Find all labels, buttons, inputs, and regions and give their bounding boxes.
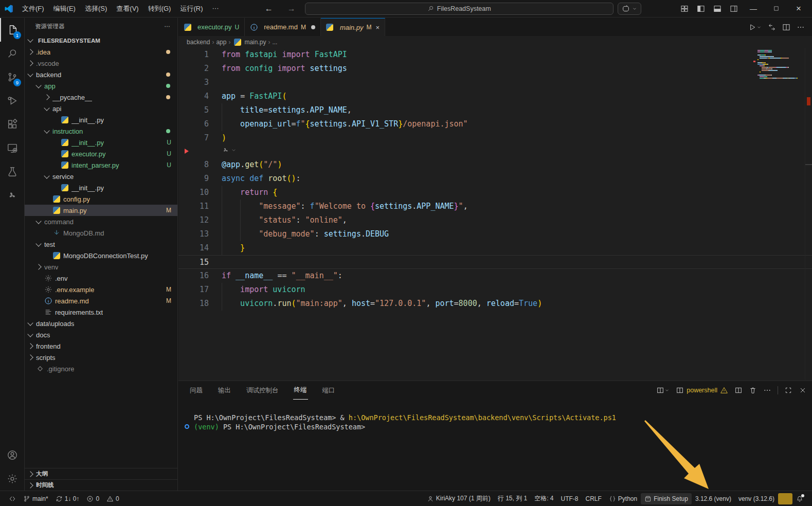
tree-item-docs[interactable]: docs	[25, 329, 177, 340]
code-line-2[interactable]: 2from config import settings	[178, 62, 812, 76]
menu-item[interactable]: 查看(V)	[112, 3, 143, 15]
tree-item-MongoDB.md[interactable]: MongoDB.md	[25, 227, 177, 239]
activitybar-source-control-icon[interactable]: 9	[0, 65, 24, 89]
code-line-9[interactable]: 9async def root():	[178, 172, 812, 186]
tree-item-readme.md[interactable]: readme.mdM	[25, 295, 177, 306]
tree-item-.env.example[interactable]: .env.exampleM	[25, 284, 177, 295]
panel-tab-端口[interactable]: 端口	[321, 382, 336, 400]
code-line-5[interactable]: 5 title=settings.APP_NAME,	[178, 103, 812, 117]
breakpoint-arrow-icon[interactable]	[185, 149, 189, 154]
tree-item-data-uploads[interactable]: data\uploads	[25, 318, 177, 329]
code-line-13[interactable]: 13 "debug_mode": settings.DEBUG	[178, 227, 812, 241]
activitybar-testing-icon[interactable]	[0, 160, 24, 184]
activitybar-search-icon[interactable]	[0, 42, 24, 65]
statusbar-CRLF[interactable]: CRLF	[582, 493, 605, 504]
menu-item[interactable]: 文件(F)	[17, 3, 49, 15]
statusbar-UTF-8[interactable]: UTF-8	[557, 493, 582, 504]
breadcrumb-item[interactable]: main.py	[244, 39, 266, 46]
breadcrumb-item[interactable]: backend	[187, 39, 210, 46]
code-line-3[interactable]: 3	[178, 76, 812, 89]
tree-item-.vscode[interactable]: .vscode	[25, 58, 177, 69]
tree-item-service[interactable]: service	[25, 171, 177, 182]
breadcrumb[interactable]: backend›app›main.py›...	[178, 36, 812, 48]
panel-tab-问题[interactable]: 问题	[189, 382, 204, 400]
run-button[interactable]	[748, 23, 762, 31]
statusbar-0[interactable]: 0	[103, 493, 123, 504]
editor-tab-executor.py[interactable]: executor.pyU	[178, 18, 245, 36]
minimap[interactable]	[757, 50, 805, 79]
split-terminal-dropdown[interactable]	[656, 386, 670, 394]
inline-suggestion-widget[interactable]	[178, 145, 812, 158]
kill-terminal-icon[interactable]	[749, 386, 757, 394]
code-line-7[interactable]: 7)	[178, 131, 812, 145]
copilot-button[interactable]	[618, 3, 641, 15]
split-terminal-icon[interactable]	[734, 386, 743, 394]
tree-item-__init__.py[interactable]: __init__.py	[25, 182, 177, 193]
explorer-more-actions-icon[interactable]: ⋯	[165, 23, 171, 30]
code-line-10[interactable]: 10 return {	[178, 186, 812, 200]
menu-item[interactable]: 选择(S)	[80, 3, 112, 15]
statusbar-KiriAky-107--1-周前-[interactable]: KiriAky 107 (1 周前)	[423, 493, 494, 504]
code-line-18[interactable]: 18 uvicorn.run("main:app", host="127.0.0…	[178, 297, 812, 311]
compare-changes-icon[interactable]	[768, 23, 776, 31]
code-line-6[interactable]: 6 openapi_url=f"{settings.API_V1_STR}/op…	[178, 117, 812, 131]
sidebar-section-时间线[interactable]: 时间线	[25, 479, 177, 491]
code-line-1[interactable]: 1from fastapi import FastAPI	[178, 48, 812, 62]
toggle-primary-sidebar-icon[interactable]	[694, 2, 708, 15]
code-line-8[interactable]: 8@app.get("/")	[178, 158, 812, 172]
tree-item-api[interactable]: api	[25, 103, 177, 114]
maximize-button[interactable]	[766, 1, 786, 16]
nav-forward-icon[interactable]: →	[282, 4, 301, 13]
code-line-17[interactable]: 17 import uvicorn	[178, 283, 812, 297]
statusbar-Finish-Setup[interactable]: Finish Setup	[641, 493, 692, 504]
statusbar-1--0-[interactable]: 1↓ 0↑	[52, 493, 83, 504]
statusbar-pinwheel-gold-icon[interactable]	[778, 493, 792, 504]
statusbar-bell-icon[interactable]	[792, 493, 807, 504]
menu-more[interactable]: ···	[207, 3, 223, 15]
panel-tab-输出[interactable]: 输出	[217, 382, 232, 400]
tree-item-.gitignore[interactable]: .gitignore	[25, 363, 177, 374]
tree-item-__init__.py[interactable]: __init__.pyU	[25, 137, 177, 148]
tree-root-folder[interactable]: FILESREADSYSTEAM	[25, 34, 177, 46]
tree-item-.idea[interactable]: .idea	[25, 46, 177, 58]
editor-scrollbar[interactable]	[805, 48, 812, 380]
menu-item[interactable]: 编辑(E)	[49, 3, 80, 15]
code-line-16[interactable]: 16if __name__ == "__main__":	[178, 269, 812, 283]
more-actions-icon[interactable]	[797, 23, 805, 31]
tree-item-scripts[interactable]: scripts	[25, 352, 177, 363]
menu-item[interactable]: 运行(R)	[175, 3, 207, 15]
tree-item-backend[interactable]: backend	[25, 69, 177, 80]
sidebar-section-大纲[interactable]: 大纲	[25, 468, 177, 479]
tree-item-frontend[interactable]: frontend	[25, 340, 177, 352]
split-editor-icon[interactable]	[782, 23, 790, 31]
activitybar-settings-icon[interactable]	[0, 467, 24, 491]
code-editor[interactable]: 1from fastapi import FastAPI2from config…	[178, 48, 812, 380]
tree-item-requirements.txt[interactable]: requirements.txt	[25, 306, 177, 318]
nav-back-icon[interactable]: ←	[260, 4, 278, 13]
statusbar-3.12.6--venv-[interactable]: 3.12.6 (venv)	[692, 493, 735, 504]
statusbar-Python[interactable]: Python	[605, 493, 641, 504]
statusbar-行-15--列-1[interactable]: 行 15, 列 1	[494, 493, 531, 504]
statusbar-0[interactable]: 0	[83, 493, 103, 504]
editor-tab-main.py[interactable]: main.pyM×	[321, 18, 385, 36]
close-button[interactable]: ×	[788, 1, 809, 16]
search-input[interactable]: FilesReadSysteam	[305, 3, 613, 15]
tree-item-executor.py[interactable]: executor.pyU	[25, 148, 177, 159]
editor-tab-readme.md[interactable]: readme.mdM	[245, 18, 321, 36]
tree-item-intent_parser.py[interactable]: intent_parser.pyU	[25, 159, 177, 171]
code-line-12[interactable]: 12 "status": "online",	[178, 213, 812, 227]
activitybar-account-icon[interactable]	[0, 443, 24, 467]
command-decoration-icon[interactable]	[185, 424, 189, 429]
tree-item-__init__.py[interactable]: __init__.py	[25, 114, 177, 125]
close-panel-icon[interactable]	[799, 386, 807, 394]
statusbar-remote-icon[interactable]	[5, 493, 20, 504]
tree-item-instruction[interactable]: instruction	[25, 125, 177, 137]
breadcrumb-item[interactable]: ...	[272, 39, 277, 46]
activitybar-explorer-icon[interactable]: 1	[0, 18, 24, 42]
terminal-instance-powershell[interactable]: powershell	[676, 386, 728, 394]
tree-item-main.py[interactable]: main.pyM	[25, 205, 177, 216]
tree-item-__pycache__[interactable]: __pycache__	[25, 92, 177, 103]
code-line-11[interactable]: 11 "message": f"Welcome to {settings.APP…	[178, 200, 812, 213]
tree-item-config.py[interactable]: config.py	[25, 193, 177, 205]
activitybar-extensions-icon[interactable]	[0, 113, 24, 136]
